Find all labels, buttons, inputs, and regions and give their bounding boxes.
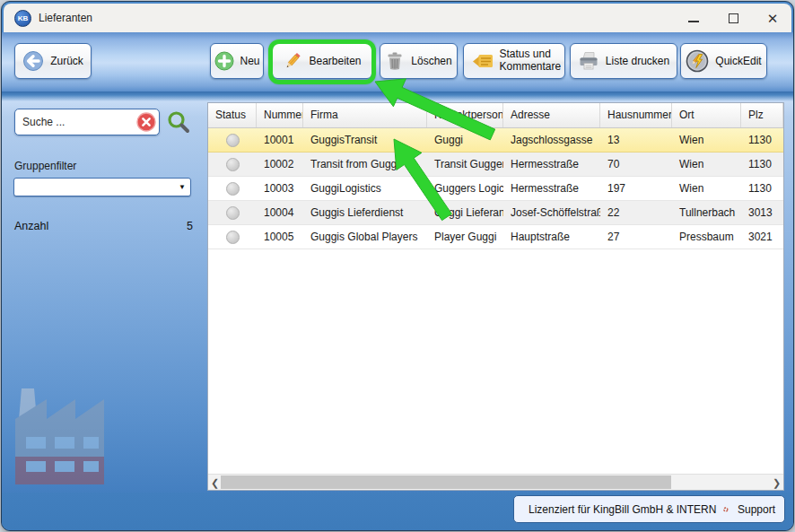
table-cell-status[interactable] — [208, 177, 257, 200]
clear-search-icon[interactable] — [136, 112, 156, 132]
status-indicator-icon — [226, 206, 240, 220]
table-cell-ort[interactable]: Wien — [672, 153, 741, 176]
toolbar: Zurück Neu Bearbeiten — [2, 32, 793, 92]
table-cell-plz[interactable]: 1130 — [741, 177, 783, 200]
group-filter-label: Gruppenfilter — [14, 160, 207, 172]
table-cell-nummer[interactable]: 10001 — [257, 128, 303, 152]
quickedit-icon — [686, 49, 709, 73]
search-icon[interactable] — [166, 109, 191, 135]
table-cell-ort[interactable]: Wien — [672, 128, 741, 152]
group-filter-dropdown[interactable]: ▼ — [13, 178, 191, 196]
table-cell-hausnummer[interactable]: 197 — [600, 177, 672, 200]
chevron-down-icon: ▼ — [174, 183, 190, 191]
table-cell-hausnummer[interactable]: 27 — [600, 225, 672, 249]
table-cell-ort[interactable]: Tullnerbach — [672, 201, 741, 224]
table-cell-hausnummer[interactable]: 70 — [600, 153, 672, 176]
table-cell-kontaktperson[interactable]: Transit Guggers — [427, 153, 503, 176]
table-header: Status Nummer Firma Kontaktperson Adress… — [208, 103, 783, 128]
table-cell-adresse[interactable]: Hauptstraße — [503, 225, 600, 249]
table-cell-firma[interactable]: Transit from Guggi — [303, 153, 427, 176]
table-cell-kontaktperson[interactable]: Player Guggi — [427, 225, 503, 249]
column-header-ort[interactable]: Ort — [672, 103, 741, 127]
table-row[interactable]: 10001GuggisTransitGuggiJagschlossgasse13… — [208, 128, 783, 153]
table-cell-firma[interactable]: GuggisTransit — [303, 128, 427, 152]
new-button[interactable]: Neu — [210, 43, 264, 79]
table-row[interactable]: 10004Guggis LieferdienstGuggi LieferantJ… — [208, 201, 783, 225]
close-icon: ✕ — [767, 12, 779, 25]
scroll-left-icon[interactable]: ❮ — [208, 475, 222, 490]
column-header-plz[interactable]: Plz — [741, 103, 783, 127]
app-window: KB Lieferanten ✕ Zurück Neu — [1, 1, 794, 531]
table-cell-plz[interactable]: 3013 — [741, 201, 783, 224]
table-cell-nummer[interactable]: 10005 — [257, 225, 303, 249]
table-cell-nummer[interactable]: 10003 — [257, 177, 303, 200]
content-area: Gruppenfilter ▼ Anzahl 5 — [2, 92, 793, 493]
column-header-nummer[interactable]: Nummer — [257, 103, 303, 127]
status-indicator-icon — [226, 134, 240, 147]
status-indicator-icon — [226, 158, 240, 171]
table-cell-adresse[interactable]: Hermesstraße — [503, 153, 600, 176]
column-header-firma[interactable]: Firma — [303, 103, 427, 127]
quickedit-label: QuickEdit — [715, 55, 761, 67]
column-header-status[interactable]: Status — [208, 103, 257, 127]
pencil-icon — [283, 51, 302, 71]
table-row[interactable]: 10002Transit from GuggiTransit GuggersHe… — [208, 153, 783, 177]
table-cell-status[interactable] — [208, 128, 257, 152]
print-list-button[interactable]: Liste drucken — [570, 43, 677, 79]
status-comments-button[interactable]: Status und Kommentare — [463, 43, 565, 79]
table-row[interactable]: 10003GuggiLogisticsGuggers LogicHermesst… — [208, 177, 783, 201]
table-cell-adresse[interactable]: Josef-Schöffelstraße — [503, 201, 600, 224]
column-header-adresse[interactable]: Adresse — [503, 103, 600, 127]
support-button[interactable]: Lizenziert für KingBill GmbH & INTERN Su… — [513, 495, 785, 523]
scroll-right-icon[interactable]: ❯ — [770, 475, 783, 490]
table-cell-status[interactable] — [208, 201, 257, 224]
minimize-button[interactable] — [687, 12, 700, 24]
table-cell-adresse[interactable]: Hermesstraße — [503, 177, 600, 200]
license-text: Lizenziert für KingBill GmbH & INTERN — [529, 503, 716, 516]
table-row[interactable]: 10005Guggis Global PlayersPlayer GuggiHa… — [208, 225, 783, 249]
table-cell-kontaktperson[interactable]: Guggi Lieferant — [427, 201, 503, 224]
table-cell-ort[interactable]: Pressbaum — [672, 225, 741, 249]
back-label: Zurück — [50, 55, 83, 67]
table-cell-adresse[interactable]: Jagschlossgasse — [503, 128, 600, 152]
table-cell-plz[interactable]: 1130 — [741, 153, 783, 176]
table-cell-kontaktperson[interactable]: Guggers Logic — [427, 177, 503, 200]
maximize-button[interactable] — [727, 12, 739, 24]
column-header-hausnummer[interactable]: Hausnummer — [600, 103, 672, 127]
scrollbar-thumb[interactable] — [221, 475, 671, 489]
table-cell-plz[interactable]: 1130 — [741, 128, 783, 152]
table-cell-plz[interactable]: 3021 — [741, 225, 783, 249]
new-label: Neu — [240, 55, 260, 67]
edit-button[interactable]: Bearbeiten — [272, 43, 372, 79]
printer-icon — [578, 51, 599, 71]
count-label: Anzahl — [14, 220, 48, 232]
table-cell-nummer[interactable]: 10004 — [257, 201, 303, 224]
table-cell-firma[interactable]: Guggis Global Players — [303, 225, 427, 249]
supplier-table: Status Nummer Firma Kontaktperson Adress… — [207, 102, 784, 491]
bottom-bar: Lizenziert für KingBill GmbH & INTERN Su… — [2, 493, 793, 531]
maximize-icon — [729, 13, 738, 23]
quickedit-button[interactable]: QuickEdit — [680, 43, 767, 79]
table-cell-kontaktperson[interactable]: Guggi — [427, 128, 503, 152]
close-button[interactable]: ✕ — [766, 12, 779, 24]
support-label: Support — [738, 503, 775, 516]
delete-label: Löschen — [411, 55, 451, 67]
table-cell-firma[interactable]: Guggis Lieferdienst — [303, 201, 427, 224]
delete-button[interactable]: Löschen — [380, 43, 458, 79]
table-cell-hausnummer[interactable]: 13 — [600, 128, 672, 152]
back-button[interactable]: Zurück — [14, 43, 92, 79]
table-cell-firma[interactable]: GuggiLogistics — [303, 177, 427, 200]
print-list-label: Liste drucken — [606, 55, 669, 67]
count-value: 5 — [187, 220, 193, 232]
window-title: Lieferanten — [39, 12, 92, 24]
column-header-kontaktperson[interactable]: Kontaktperson — [427, 103, 503, 127]
minimize-icon — [688, 21, 699, 22]
table-cell-ort[interactable]: Wien — [672, 177, 741, 200]
status-indicator-icon — [226, 182, 240, 196]
table-cell-status[interactable] — [208, 153, 257, 176]
table-cell-status[interactable] — [208, 225, 257, 249]
table-cell-hausnummer[interactable]: 22 — [600, 201, 672, 224]
horizontal-scrollbar[interactable]: ❮ ❯ — [208, 474, 783, 490]
status-comments-label: Status und Kommentare — [500, 48, 557, 74]
table-cell-nummer[interactable]: 10002 — [257, 153, 303, 176]
